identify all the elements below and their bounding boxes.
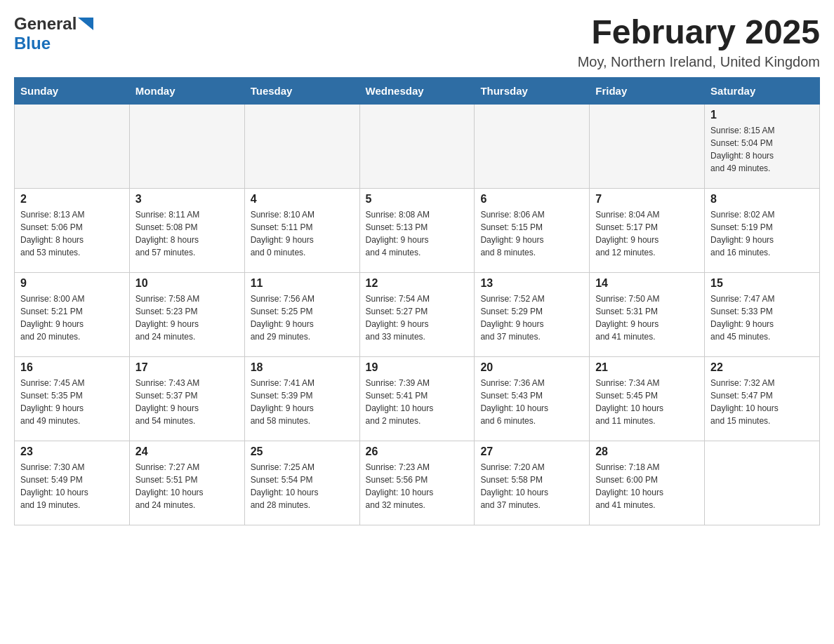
- day-info-19: Sunrise: 7:39 AM Sunset: 5:41 PM Dayligh…: [366, 377, 469, 427]
- day-info-2: Sunrise: 8:13 AM Sunset: 5:06 PM Dayligh…: [20, 208, 124, 259]
- calendar-cell-w5-d6: [705, 441, 820, 525]
- day-number-21: 21: [595, 361, 699, 374]
- day-info-4: Sunrise: 8:10 AM Sunset: 5:11 PM Dayligh…: [251, 208, 354, 259]
- month-title: February 2025: [578, 14, 820, 51]
- day-info-13: Sunrise: 7:52 AM Sunset: 5:29 PM Dayligh…: [480, 293, 583, 343]
- calendar-cell-w1-d6: 1Sunrise: 8:15 AM Sunset: 5:04 PM Daylig…: [705, 104, 820, 188]
- calendar-week-5: 23Sunrise: 7:30 AM Sunset: 5:49 PM Dayli…: [15, 441, 820, 525]
- day-number-25: 25: [251, 445, 354, 458]
- header-tuesday: Tuesday: [244, 77, 359, 104]
- day-number-14: 14: [595, 277, 699, 290]
- page-header: General Blue February 2025 Moy, Northern…: [14, 14, 820, 70]
- day-number-22: 22: [710, 361, 814, 374]
- day-info-18: Sunrise: 7:41 AM Sunset: 5:39 PM Dayligh…: [251, 377, 354, 427]
- day-info-11: Sunrise: 7:56 AM Sunset: 5:25 PM Dayligh…: [251, 293, 354, 343]
- day-number-2: 2: [20, 193, 124, 206]
- day-info-9: Sunrise: 8:00 AM Sunset: 5:21 PM Dayligh…: [20, 293, 124, 343]
- day-info-26: Sunrise: 7:23 AM Sunset: 5:56 PM Dayligh…: [366, 461, 469, 511]
- calendar-cell-w4-d0: 16Sunrise: 7:45 AM Sunset: 5:35 PM Dayli…: [15, 356, 130, 441]
- day-number-24: 24: [135, 445, 239, 458]
- day-info-21: Sunrise: 7:34 AM Sunset: 5:45 PM Dayligh…: [595, 377, 699, 427]
- day-info-15: Sunrise: 7:47 AM Sunset: 5:33 PM Dayligh…: [710, 293, 814, 343]
- calendar-cell-w2-d6: 8Sunrise: 8:02 AM Sunset: 5:19 PM Daylig…: [705, 188, 820, 272]
- day-number-16: 16: [20, 361, 124, 374]
- header-wednesday: Wednesday: [359, 77, 475, 104]
- day-number-10: 10: [135, 277, 239, 290]
- day-info-6: Sunrise: 8:06 AM Sunset: 5:15 PM Dayligh…: [480, 208, 583, 259]
- weekday-header-row: Sunday Monday Tuesday Wednesday Thursday…: [15, 77, 820, 104]
- day-info-14: Sunrise: 7:50 AM Sunset: 5:31 PM Dayligh…: [595, 293, 699, 343]
- day-number-8: 8: [710, 193, 814, 206]
- location-text: Moy, Northern Ireland, United Kingdom: [578, 54, 820, 70]
- day-number-1: 1: [710, 109, 814, 121]
- logo: General Blue: [14, 14, 93, 53]
- day-number-20: 20: [480, 361, 583, 374]
- header-saturday: Saturday: [705, 77, 820, 104]
- calendar-week-3: 9Sunrise: 8:00 AM Sunset: 5:21 PM Daylig…: [15, 272, 820, 356]
- logo-blue-text: Blue: [14, 34, 51, 53]
- day-info-17: Sunrise: 7:43 AM Sunset: 5:37 PM Dayligh…: [135, 377, 239, 427]
- calendar-cell-w4-d5: 21Sunrise: 7:34 AM Sunset: 5:45 PM Dayli…: [590, 356, 705, 441]
- day-number-28: 28: [595, 445, 699, 458]
- calendar-cell-w3-d5: 14Sunrise: 7:50 AM Sunset: 5:31 PM Dayli…: [590, 272, 705, 356]
- day-info-24: Sunrise: 7:27 AM Sunset: 5:51 PM Dayligh…: [135, 461, 239, 511]
- day-info-1: Sunrise: 8:15 AM Sunset: 5:04 PM Dayligh…: [710, 124, 814, 175]
- calendar-cell-w4-d2: 18Sunrise: 7:41 AM Sunset: 5:39 PM Dayli…: [244, 356, 359, 441]
- calendar-cell-w3-d0: 9Sunrise: 8:00 AM Sunset: 5:21 PM Daylig…: [15, 272, 130, 356]
- logo-general-text: General: [14, 14, 77, 34]
- day-number-19: 19: [366, 361, 469, 374]
- day-info-3: Sunrise: 8:11 AM Sunset: 5:08 PM Dayligh…: [135, 208, 239, 259]
- calendar-cell-w1-d3: [359, 104, 475, 188]
- header-monday: Monday: [129, 77, 244, 104]
- day-info-28: Sunrise: 7:18 AM Sunset: 6:00 PM Dayligh…: [595, 461, 699, 511]
- day-info-12: Sunrise: 7:54 AM Sunset: 5:27 PM Dayligh…: [366, 293, 469, 343]
- header-thursday: Thursday: [475, 77, 590, 104]
- day-info-5: Sunrise: 8:08 AM Sunset: 5:13 PM Dayligh…: [366, 208, 469, 259]
- header-sunday: Sunday: [15, 77, 130, 104]
- calendar-cell-w5-d1: 24Sunrise: 7:27 AM Sunset: 5:51 PM Dayli…: [129, 441, 244, 525]
- calendar-cell-w1-d0: [15, 104, 130, 188]
- day-number-3: 3: [135, 193, 239, 206]
- day-number-23: 23: [20, 445, 124, 458]
- day-number-9: 9: [20, 277, 124, 290]
- day-info-10: Sunrise: 7:58 AM Sunset: 5:23 PM Dayligh…: [135, 293, 239, 343]
- calendar-cell-w3-d2: 11Sunrise: 7:56 AM Sunset: 5:25 PM Dayli…: [244, 272, 359, 356]
- day-number-12: 12: [366, 277, 469, 290]
- day-info-7: Sunrise: 8:04 AM Sunset: 5:17 PM Dayligh…: [595, 208, 699, 259]
- calendar-cell-w2-d2: 4Sunrise: 8:10 AM Sunset: 5:11 PM Daylig…: [244, 188, 359, 272]
- header-friday: Friday: [590, 77, 705, 104]
- calendar-cell-w4-d6: 22Sunrise: 7:32 AM Sunset: 5:47 PM Dayli…: [705, 356, 820, 441]
- calendar-cell-w1-d5: [590, 104, 705, 188]
- calendar-cell-w2-d4: 6Sunrise: 8:06 AM Sunset: 5:15 PM Daylig…: [475, 188, 590, 272]
- calendar-cell-w5-d4: 27Sunrise: 7:20 AM Sunset: 5:58 PM Dayli…: [475, 441, 590, 525]
- calendar-week-1: 1Sunrise: 8:15 AM Sunset: 5:04 PM Daylig…: [15, 104, 820, 188]
- day-info-16: Sunrise: 7:45 AM Sunset: 5:35 PM Dayligh…: [20, 377, 124, 427]
- day-number-27: 27: [480, 445, 583, 458]
- day-number-17: 17: [135, 361, 239, 374]
- day-number-6: 6: [480, 193, 583, 206]
- day-info-25: Sunrise: 7:25 AM Sunset: 5:54 PM Dayligh…: [251, 461, 354, 511]
- calendar-cell-w4-d3: 19Sunrise: 7:39 AM Sunset: 5:41 PM Dayli…: [359, 356, 475, 441]
- day-number-11: 11: [251, 277, 354, 290]
- calendar-table: Sunday Monday Tuesday Wednesday Thursday…: [14, 77, 820, 525]
- day-number-4: 4: [251, 193, 354, 206]
- logo-triangle-icon: [78, 18, 93, 30]
- day-number-5: 5: [366, 193, 469, 206]
- calendar-cell-w2-d3: 5Sunrise: 8:08 AM Sunset: 5:13 PM Daylig…: [359, 188, 475, 272]
- day-number-7: 7: [595, 193, 699, 206]
- calendar-cell-w3-d1: 10Sunrise: 7:58 AM Sunset: 5:23 PM Dayli…: [129, 272, 244, 356]
- calendar-cell-w5-d0: 23Sunrise: 7:30 AM Sunset: 5:49 PM Dayli…: [15, 441, 130, 525]
- day-info-23: Sunrise: 7:30 AM Sunset: 5:49 PM Dayligh…: [20, 461, 124, 511]
- calendar-cell-w2-d0: 2Sunrise: 8:13 AM Sunset: 5:06 PM Daylig…: [15, 188, 130, 272]
- calendar-cell-w5-d2: 25Sunrise: 7:25 AM Sunset: 5:54 PM Dayli…: [244, 441, 359, 525]
- calendar-week-2: 2Sunrise: 8:13 AM Sunset: 5:06 PM Daylig…: [15, 188, 820, 272]
- calendar-week-4: 16Sunrise: 7:45 AM Sunset: 5:35 PM Dayli…: [15, 356, 820, 441]
- title-area: February 2025 Moy, Northern Ireland, Uni…: [578, 14, 820, 70]
- calendar-cell-w2-d5: 7Sunrise: 8:04 AM Sunset: 5:17 PM Daylig…: [590, 188, 705, 272]
- calendar-cell-w3-d6: 15Sunrise: 7:47 AM Sunset: 5:33 PM Dayli…: [705, 272, 820, 356]
- calendar-cell-w1-d1: [129, 104, 244, 188]
- calendar-cell-w1-d2: [244, 104, 359, 188]
- calendar-cell-w2-d1: 3Sunrise: 8:11 AM Sunset: 5:08 PM Daylig…: [129, 188, 244, 272]
- calendar-cell-w3-d3: 12Sunrise: 7:54 AM Sunset: 5:27 PM Dayli…: [359, 272, 475, 356]
- day-number-15: 15: [710, 277, 814, 290]
